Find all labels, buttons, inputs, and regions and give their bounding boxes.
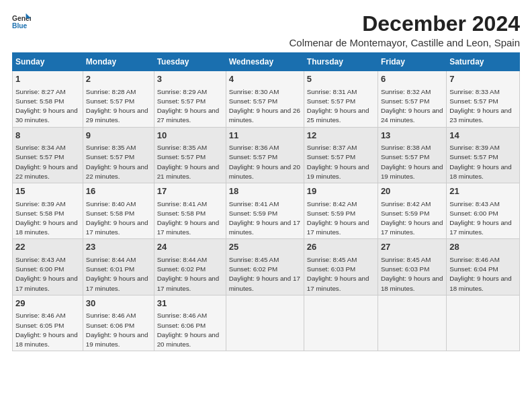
table-row: 10 Sunrise: 8:35 AM Sunset: 5:57 PM Dayl…	[154, 127, 226, 183]
sunset-info: Sunset: 5:58 PM	[15, 97, 64, 105]
sunrise-info: Sunrise: 8:45 AM	[307, 256, 357, 263]
sunrise-info: Sunrise: 8:38 AM	[381, 144, 431, 151]
sunset-info: Sunset: 5:57 PM	[381, 97, 429, 105]
table-row: 6 Sunrise: 8:32 AM Sunset: 5:57 PM Dayli…	[378, 71, 446, 127]
table-row: 3 Sunrise: 8:29 AM Sunset: 5:57 PM Dayli…	[154, 71, 226, 127]
daylight-info: Daylight: 9 hours and 17 minutes.	[307, 275, 369, 291]
day-number: 20	[381, 185, 443, 197]
header-row: Sunday Monday Tuesday Wednesday Thursday…	[13, 53, 520, 71]
daylight-info: Daylight: 9 hours and 17 minutes.	[157, 275, 220, 291]
table-row: 31 Sunrise: 8:46 AM Sunset: 6:06 PM Dayl…	[154, 295, 226, 351]
table-row: 30 Sunrise: 8:46 AM Sunset: 6:06 PM Dayl…	[83, 295, 154, 351]
table-row: 28 Sunrise: 8:46 AM Sunset: 6:04 PM Dayl…	[447, 239, 520, 295]
sunrise-info: Sunrise: 8:44 AM	[157, 256, 208, 263]
table-row: 22 Sunrise: 8:43 AM Sunset: 6:00 PM Dayl…	[13, 239, 83, 295]
table-row: 12 Sunrise: 8:37 AM Sunset: 5:57 PM Dayl…	[304, 127, 378, 183]
sunrise-info: Sunrise: 8:43 AM	[15, 256, 66, 263]
daylight-info: Daylight: 9 hours and 25 minutes.	[307, 107, 369, 124]
sunrise-info: Sunrise: 8:37 AM	[307, 144, 357, 151]
sunrise-info: Sunrise: 8:46 AM	[15, 312, 66, 319]
col-sunday: Sunday	[13, 53, 83, 71]
daylight-info: Daylight: 9 hours and 17 minutes.	[229, 275, 300, 291]
sunset-info: Sunset: 5:59 PM	[307, 210, 355, 217]
daylight-info: Daylight: 9 hours and 17 minutes.	[86, 219, 148, 236]
table-row: 5 Sunrise: 8:31 AM Sunset: 5:57 PM Dayli…	[304, 71, 378, 127]
daylight-info: Daylight: 9 hours and 21 minutes.	[157, 163, 220, 180]
table-row: 8 Sunrise: 8:34 AM Sunset: 5:57 PM Dayli…	[13, 127, 83, 183]
day-number: 21	[449, 185, 517, 197]
daylight-info: Daylight: 9 hours and 22 minutes.	[15, 163, 78, 180]
table-row	[447, 295, 520, 351]
sunrise-info: Sunrise: 8:28 AM	[86, 88, 136, 95]
table-row	[226, 295, 304, 351]
table-row: 17 Sunrise: 8:41 AM Sunset: 5:58 PM Dayl…	[154, 183, 226, 239]
sunrise-info: Sunrise: 8:34 AM	[15, 144, 66, 151]
sunset-info: Sunset: 5:57 PM	[449, 97, 498, 105]
sunset-info: Sunset: 5:57 PM	[86, 153, 134, 161]
day-number: 22	[15, 241, 80, 253]
page: General Blue December 2024 Colmenar de M…	[0, 0, 532, 358]
daylight-info: Daylight: 9 hours and 22 minutes.	[86, 163, 148, 180]
table-row: 19 Sunrise: 8:42 AM Sunset: 5:59 PM Dayl…	[304, 183, 378, 239]
daylight-info: Daylight: 9 hours and 17 minutes.	[15, 275, 78, 291]
col-saturday: Saturday	[447, 53, 520, 71]
week-row-1: 1 Sunrise: 8:27 AM Sunset: 5:58 PM Dayli…	[13, 71, 520, 127]
table-row: 16 Sunrise: 8:40 AM Sunset: 5:58 PM Dayl…	[83, 183, 154, 239]
table-row: 23 Sunrise: 8:44 AM Sunset: 6:01 PM Dayl…	[83, 239, 154, 295]
daylight-info: Daylight: 9 hours and 20 minutes.	[157, 331, 220, 348]
day-number: 18	[229, 185, 301, 197]
sunrise-info: Sunrise: 8:39 AM	[15, 200, 66, 208]
daylight-info: Daylight: 9 hours and 23 minutes.	[449, 107, 512, 124]
sunrise-info: Sunrise: 8:35 AM	[86, 144, 136, 151]
day-number: 13	[381, 130, 443, 142]
day-number: 30	[86, 298, 151, 310]
sunset-info: Sunset: 5:57 PM	[229, 97, 277, 105]
svg-text:Blue: Blue	[12, 22, 28, 30]
table-row: 21 Sunrise: 8:43 AM Sunset: 6:00 PM Dayl…	[447, 183, 520, 239]
daylight-info: Daylight: 9 hours and 20 minutes.	[229, 163, 300, 180]
table-row: 20 Sunrise: 8:42 AM Sunset: 5:59 PM Dayl…	[378, 183, 446, 239]
daylight-info: Daylight: 9 hours and 24 minutes.	[381, 107, 443, 124]
col-wednesday: Wednesday	[226, 53, 304, 71]
table-row: 25 Sunrise: 8:45 AM Sunset: 6:02 PM Dayl…	[226, 239, 304, 295]
col-tuesday: Tuesday	[154, 53, 226, 71]
sunset-info: Sunset: 5:57 PM	[15, 153, 64, 161]
day-number: 11	[229, 130, 301, 142]
logo: General Blue	[12, 12, 31, 31]
header-section: General Blue December 2024 Colmenar de M…	[12, 12, 520, 48]
daylight-info: Daylight: 9 hours and 19 minutes.	[307, 163, 369, 180]
week-row-5: 29 Sunrise: 8:46 AM Sunset: 6:05 PM Dayl…	[13, 295, 520, 351]
sunset-info: Sunset: 5:58 PM	[15, 210, 64, 217]
col-thursday: Thursday	[304, 53, 378, 71]
sunset-info: Sunset: 5:57 PM	[157, 153, 206, 161]
main-title: December 2024	[289, 12, 520, 36]
daylight-info: Daylight: 9 hours and 29 minutes.	[86, 107, 148, 124]
sunset-info: Sunset: 6:01 PM	[86, 265, 134, 273]
table-row: 27 Sunrise: 8:45 AM Sunset: 6:03 PM Dayl…	[378, 239, 446, 295]
sunset-info: Sunset: 6:00 PM	[449, 210, 498, 217]
sunset-info: Sunset: 5:59 PM	[381, 210, 429, 217]
sunrise-info: Sunrise: 8:42 AM	[307, 200, 357, 208]
sunrise-info: Sunrise: 8:31 AM	[307, 88, 357, 95]
sunset-info: Sunset: 6:06 PM	[86, 322, 134, 329]
sunset-info: Sunset: 5:57 PM	[381, 153, 429, 161]
sunset-info: Sunset: 5:57 PM	[157, 97, 206, 105]
day-number: 4	[229, 73, 301, 85]
sunrise-info: Sunrise: 8:33 AM	[449, 88, 500, 95]
sunset-info: Sunset: 5:57 PM	[307, 153, 355, 161]
daylight-info: Daylight: 9 hours and 18 minutes.	[449, 163, 512, 180]
day-number: 28	[449, 241, 517, 253]
sunset-info: Sunset: 5:58 PM	[157, 210, 206, 217]
calendar-table: Sunday Monday Tuesday Wednesday Thursday…	[12, 52, 520, 351]
day-number: 29	[15, 298, 80, 310]
daylight-info: Daylight: 9 hours and 17 minutes.	[307, 219, 369, 236]
day-number: 16	[86, 185, 151, 197]
sunrise-info: Sunrise: 8:46 AM	[86, 312, 136, 319]
day-number: 25	[229, 241, 301, 253]
sunset-info: Sunset: 6:02 PM	[229, 265, 277, 273]
table-row: 2 Sunrise: 8:28 AM Sunset: 5:57 PM Dayli…	[83, 71, 154, 127]
daylight-info: Daylight: 9 hours and 17 minutes.	[229, 219, 300, 236]
daylight-info: Daylight: 9 hours and 17 minutes.	[449, 219, 512, 236]
sunrise-info: Sunrise: 8:32 AM	[381, 88, 431, 95]
logo-icon: General Blue	[12, 12, 31, 31]
